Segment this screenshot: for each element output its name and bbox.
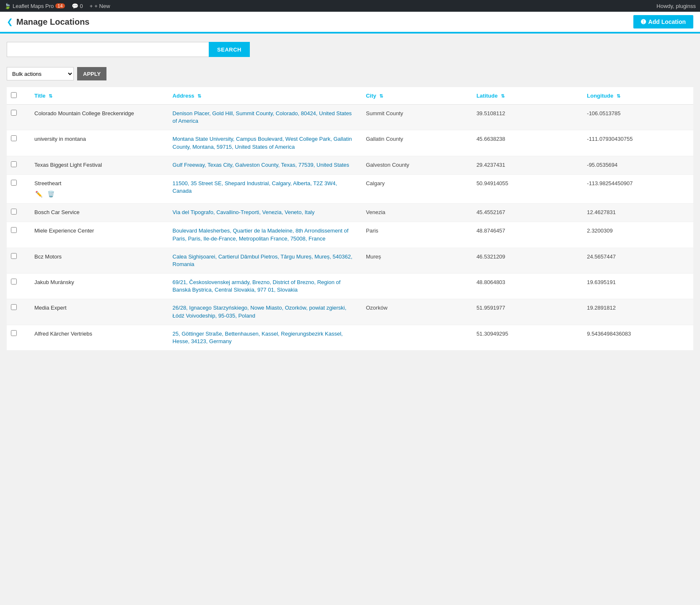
row-checkbox-cell [7, 105, 30, 130]
row-address-text: Boulevard Malesherbes, Quartier de la Ma… [173, 228, 349, 241]
longitude-sort-icon: ⇅ [617, 93, 620, 99]
new-item[interactable]: + + New [90, 3, 110, 9]
header-longitude[interactable]: Longitude ⇅ [583, 87, 693, 105]
app-name[interactable]: 🍃 Leaflet Maps Pro 14 [4, 3, 65, 9]
row-title-cell: Bosch Car Service [30, 204, 169, 222]
row-title-cell: Media Expert [30, 299, 169, 325]
table-row: university in montanaMontana State Unive… [7, 130, 693, 156]
row-latitude-cell: 51.30949295 [472, 325, 583, 350]
row-checkbox-cell [7, 222, 30, 248]
row-title-cell: Streetheart✏️🗑️ [30, 174, 169, 203]
apply-button[interactable]: APPLY [77, 67, 106, 80]
row-longitude-cell: -113.98254450907 [583, 174, 693, 203]
locations-table: Title ⇅ Address ⇅ City ⇅ Latitude ⇅ Long… [7, 87, 693, 351]
row-address-text: 11500, 35 Street SE, Shepard Industrial,… [173, 180, 337, 194]
row-address-cell: Calea Sighișoarei, Cartierul Dâmbul Piet… [169, 248, 362, 273]
row-latitude-cell: 29.4237431 [472, 156, 583, 174]
row-title-text: Miele Experience Center [34, 228, 94, 234]
header-address[interactable]: Address ⇅ [169, 87, 362, 105]
row-title-cell: Texas Biggest Light Festival [30, 156, 169, 174]
row-address-text: 25, Göttinger Straße, Bettenhausen, Kass… [173, 331, 343, 344]
row-checkbox-cell [7, 248, 30, 273]
search-button[interactable]: SEARCH [209, 42, 250, 57]
row-checkbox-cell [7, 174, 30, 203]
main-content: SEARCH Bulk actions Delete APPLY Title ⇅… [0, 34, 700, 359]
row-latitude-cell: 45.6638238 [472, 130, 583, 156]
header-latitude[interactable]: Latitude ⇅ [472, 87, 583, 105]
row-latitude-cell: 50.94914055 [472, 174, 583, 203]
title-sort-icon: ⇅ [49, 93, 52, 99]
row-checkbox[interactable] [11, 161, 17, 167]
select-all-checkbox[interactable] [11, 92, 17, 98]
row-checkbox[interactable] [11, 253, 17, 259]
search-bar: SEARCH [7, 42, 250, 57]
edit-row-button[interactable]: ✏️ [34, 190, 43, 198]
row-latitude-cell: 39.5108112 [472, 105, 583, 130]
search-input[interactable] [7, 42, 209, 57]
table-body: Colorado Mountain College BreckenridgeDe… [7, 105, 693, 351]
row-longitude-cell: 2.3200309 [583, 222, 693, 248]
row-title-text: Bosch Car Service [34, 209, 80, 215]
header-city[interactable]: City ⇅ [362, 87, 472, 105]
row-title-text: Media Expert [34, 305, 67, 311]
row-checkbox[interactable] [11, 110, 17, 116]
row-address-cell: 69/21, Československej armády, Brezno, D… [169, 274, 362, 299]
row-address-text: Via del Tipografo, Cavallino-Treporti, V… [173, 209, 315, 215]
plus-circle-icon: ➊ [641, 18, 646, 25]
row-checkbox[interactable] [11, 279, 17, 284]
delete-row-button[interactable]: 🗑️ [47, 190, 55, 198]
row-address-text: Denison Placer, Gold Hill, Summit County… [173, 110, 352, 124]
row-city-cell [362, 274, 472, 299]
row-title-text: Jakub Muránsky [34, 279, 74, 285]
row-title-text: Alfred Kärcher Vertriebs [34, 331, 92, 337]
row-checkbox-cell [7, 204, 30, 222]
row-checkbox[interactable] [11, 330, 17, 336]
row-checkbox-cell [7, 274, 30, 299]
row-title-cell: university in montana [30, 130, 169, 156]
add-location-button[interactable]: ➊ Add Location [633, 15, 693, 28]
row-address-text: 69/21, Československej armády, Brezno, D… [173, 279, 341, 293]
row-longitude-cell: 19.2891812 [583, 299, 693, 325]
bulk-actions-select[interactable]: Bulk actions Delete [7, 67, 74, 80]
row-checkbox[interactable] [11, 304, 17, 310]
row-address-text: Calea Sighișoarei, Cartierul Dâmbul Piet… [173, 253, 353, 267]
header-checkbox-col [7, 87, 30, 105]
latitude-sort-icon: ⇅ [501, 93, 505, 99]
row-city-cell: Galveston County [362, 156, 472, 174]
row-checkbox[interactable] [11, 209, 17, 215]
row-latitude-cell: 48.8746457 [472, 222, 583, 248]
row-longitude-cell: 19.6395191 [583, 274, 693, 299]
row-title-cell: Bcz Motors [30, 248, 169, 273]
row-latitude-cell: 51.9591977 [472, 299, 583, 325]
row-longitude-cell: -106.0513785 [583, 105, 693, 130]
row-longitude-cell: 12.4627831 [583, 204, 693, 222]
table-row: Miele Experience CenterBoulevard Maleshe… [7, 222, 693, 248]
bulk-actions-bar: Bulk actions Delete APPLY [7, 67, 693, 80]
row-latitude-cell: 45.4552167 [472, 204, 583, 222]
row-title-text: university in montana [34, 136, 86, 142]
row-checkbox[interactable] [11, 227, 17, 233]
admin-bar: 🍃 Leaflet Maps Pro 14 💬 0 + + New Howdy,… [0, 0, 700, 12]
row-city-cell: Ozorków [362, 299, 472, 325]
table-header: Title ⇅ Address ⇅ City ⇅ Latitude ⇅ Long… [7, 87, 693, 105]
row-latitude-cell: 48.8064803 [472, 274, 583, 299]
page-header: ❮ Manage Locations ➊ Add Location [0, 12, 700, 34]
row-latitude-cell: 46.5321209 [472, 248, 583, 273]
row-city-cell: Mureș [362, 248, 472, 273]
row-title-text: Streetheart [34, 180, 61, 186]
header-title[interactable]: Title ⇅ [30, 87, 169, 105]
row-actions: ✏️🗑️ [34, 190, 164, 198]
back-icon[interactable]: ❮ [7, 17, 13, 26]
table-row: Jakub Muránsky69/21, Československej arm… [7, 274, 693, 299]
row-checkbox-cell [7, 130, 30, 156]
row-title-cell: Miele Experience Center [30, 222, 169, 248]
row-checkbox[interactable] [11, 135, 17, 141]
page-title: Manage Locations [16, 17, 89, 27]
city-sort-icon: ⇅ [379, 93, 383, 99]
row-checkbox[interactable] [11, 180, 17, 186]
row-title-cell: Alfred Kärcher Vertriebs [30, 325, 169, 350]
comment-icon: 💬 [72, 3, 78, 9]
row-city-cell: Calgary [362, 174, 472, 203]
row-title-text: Colorado Mountain College Breckenridge [34, 110, 134, 116]
comments-item[interactable]: 💬 0 [72, 3, 83, 9]
